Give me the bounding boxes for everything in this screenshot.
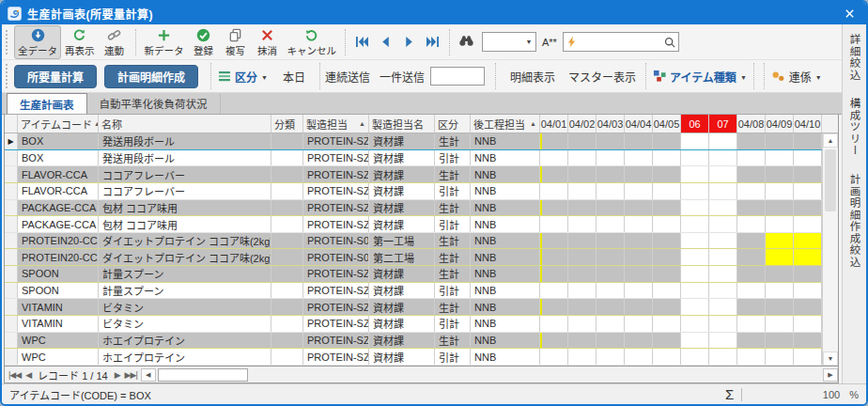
send-count-input[interactable]: [430, 67, 485, 86]
row-marker[interactable]: [5, 299, 18, 315]
cell-mfg[interactable]: PROTEIN-SZI: [303, 299, 369, 315]
cell-date-04/09[interactable]: [766, 200, 794, 216]
cell-date-04/04[interactable]: [625, 333, 653, 349]
cell-date-04/04[interactable]: [625, 283, 653, 299]
cell-item-code[interactable]: SPOON: [18, 266, 99, 282]
col-header-date[interactable]: 04/10: [794, 115, 822, 133]
cell-mfg[interactable]: PROTEIN-SZI: [303, 333, 369, 349]
cell-date-04/08[interactable]: [737, 283, 766, 299]
cell-class[interactable]: [271, 133, 303, 149]
cell-date-04/01[interactable]: [540, 233, 568, 249]
cell-date-06[interactable]: [681, 349, 709, 365]
cell-date-04/03[interactable]: [597, 266, 625, 282]
cell-class[interactable]: [271, 233, 303, 249]
cell-division[interactable]: 引計: [435, 283, 471, 299]
row-marker[interactable]: [5, 349, 18, 365]
cell-division[interactable]: 引計: [435, 150, 471, 166]
cell-date-04/10[interactable]: [794, 266, 822, 282]
cell-date-04/09[interactable]: [766, 133, 794, 149]
cell-date-04/08[interactable]: [737, 299, 766, 315]
record-next-button[interactable]: ▶: [115, 370, 120, 380]
row-marker[interactable]: [5, 316, 18, 332]
cell-class[interactable]: [271, 150, 303, 166]
col-header-date[interactable]: 04/02: [568, 115, 597, 133]
today-button[interactable]: 本日: [283, 69, 305, 85]
cell-mfg-name[interactable]: 資材課: [369, 150, 435, 166]
master-view-button[interactable]: マスター表示: [568, 69, 636, 85]
cell-date-04/10[interactable]: [794, 349, 822, 365]
cell-item-code[interactable]: FLAVOR-CCA: [18, 166, 99, 182]
col-header-mfg[interactable]: 製造担当▲: [303, 115, 369, 133]
table-row[interactable]: FLAVOR-CCAココアフレーバーPROTEIN-SZI資材課生計NNB: [5, 166, 822, 183]
cell-date-04/10[interactable]: [794, 183, 822, 199]
cell-class[interactable]: [271, 316, 303, 332]
cell-date-06[interactable]: [681, 249, 709, 265]
cell-item-code[interactable]: BOX: [18, 150, 99, 166]
register-button[interactable]: 登録: [188, 25, 220, 59]
cell-date-04/02[interactable]: [568, 349, 597, 365]
cell-mfg[interactable]: PROTEIN-S01: [303, 233, 369, 249]
cell-date-04/09[interactable]: [766, 183, 794, 199]
cell-post-proc[interactable]: NNB: [471, 333, 540, 349]
cell-date-04/09[interactable]: [766, 233, 794, 249]
cell-date-06[interactable]: [681, 166, 709, 182]
cell-date-07[interactable]: [709, 166, 737, 182]
cell-date-07[interactable]: [709, 266, 737, 282]
close-button[interactable]: [832, 2, 866, 24]
cell-date-04/08[interactable]: [737, 249, 766, 265]
item-type-dropdown[interactable]: アイテム種類 ▼: [651, 69, 749, 85]
cell-date-04/04[interactable]: [625, 183, 653, 199]
cell-item-code[interactable]: WPC: [18, 333, 99, 349]
cell-date-04/03[interactable]: [597, 316, 625, 332]
cell-date-04/05[interactable]: [653, 349, 681, 365]
find-button[interactable]: [455, 32, 478, 53]
all-data-button[interactable]: 全データ: [14, 25, 61, 59]
cell-class[interactable]: [271, 266, 303, 282]
side-tab-structure-tree[interactable]: 構成ツリー: [847, 98, 862, 157]
cell-mfg[interactable]: PROTEIN-S02: [303, 249, 369, 265]
cell-date-04/02[interactable]: [568, 249, 597, 265]
cell-date-07[interactable]: [709, 133, 737, 149]
cell-date-04/03[interactable]: [597, 133, 625, 149]
cell-class[interactable]: [271, 299, 303, 315]
cell-date-04/10[interactable]: [794, 150, 822, 166]
cell-mfg-name[interactable]: 資材課: [369, 200, 435, 216]
cell-date-04/08[interactable]: [737, 349, 766, 365]
cell-mfg-name[interactable]: 資材課: [369, 183, 435, 199]
cell-post-proc[interactable]: NNB: [471, 233, 540, 249]
cell-mfg[interactable]: PROTEIN-SZI: [303, 216, 369, 232]
cell-mfg-name[interactable]: 第二工場: [369, 249, 435, 265]
quick-search-input[interactable]: [577, 37, 664, 48]
cell-name[interactable]: 包材 ココア味用: [99, 216, 271, 232]
cell-division[interactable]: 生計: [435, 133, 471, 149]
cell-date-04/02[interactable]: [568, 299, 597, 315]
cell-post-proc[interactable]: NNB: [471, 316, 540, 332]
cell-item-code[interactable]: PACKAGE-CCA: [18, 200, 99, 216]
cell-date-04/09[interactable]: [766, 249, 794, 265]
copy-button[interactable]: 複写: [220, 25, 252, 59]
tab-production-plan[interactable]: 生産計画表: [7, 93, 87, 114]
cell-date-04/09[interactable]: [766, 266, 794, 282]
nav-next-button[interactable]: [397, 34, 421, 50]
cell-date-04/05[interactable]: [653, 200, 681, 216]
col-header-name[interactable]: 名称: [99, 115, 271, 133]
cell-date-04/04[interactable]: [625, 349, 653, 365]
cell-date-07[interactable]: [709, 249, 737, 265]
cell-date-04/10[interactable]: [794, 316, 822, 332]
cell-date-04/03[interactable]: [597, 150, 625, 166]
cell-date-04/04[interactable]: [625, 266, 653, 282]
cell-date-04/04[interactable]: [625, 299, 653, 315]
requirement-calc-button[interactable]: 所要量計算: [14, 65, 97, 88]
cell-date-04/01[interactable]: [540, 216, 568, 232]
record-last-button[interactable]: ▶▶|: [125, 370, 137, 380]
cell-date-04/09[interactable]: [766, 299, 794, 315]
cell-date-04/05[interactable]: [653, 283, 681, 299]
col-header-item-code[interactable]: アイテムコード▲: [18, 115, 99, 133]
cell-division[interactable]: 生計: [435, 299, 471, 315]
cell-name[interactable]: 発送用段ボール: [99, 150, 271, 166]
cell-mfg-name[interactable]: 資材課: [369, 266, 435, 282]
col-header-date[interactable]: 06: [681, 115, 709, 133]
cell-date-04/09[interactable]: [766, 349, 794, 365]
tab-load-status[interactable]: 自動平準化後負荷状況: [87, 93, 221, 114]
table-row[interactable]: PACKAGE-CCA包材 ココア味用PROTEIN-SZI資材課生計NNB: [5, 200, 822, 217]
